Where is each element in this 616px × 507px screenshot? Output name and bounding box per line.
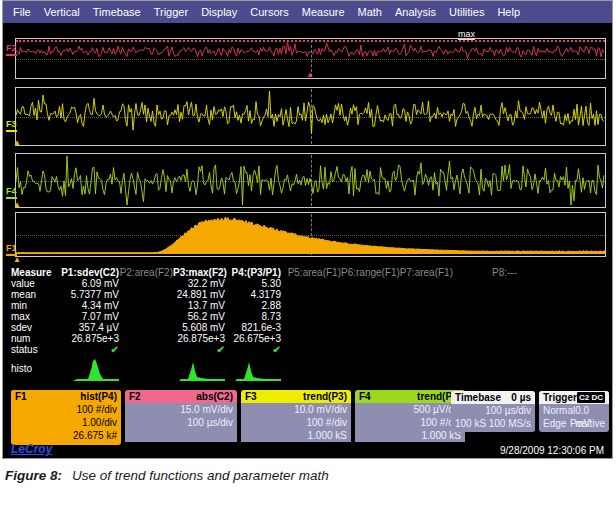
function-id: F4 [359,390,371,403]
menu-item-measure[interactable]: Measure [302,6,345,18]
menu-item-vertical[interactable]: Vertical [44,6,80,18]
trigger-box[interactable]: Trigger C2 DC Normal 0.0 mV Edge Positiv… [539,391,609,432]
measure-value-p4-num: 26.675e+3 [225,333,281,344]
measure-value-p8-sdev [453,322,517,333]
measure-col-header-p2[interactable]: P2:area(F2) [119,267,173,278]
measure-value-p8-value [453,278,517,289]
trace-label-f4[interactable]: F4 [6,187,17,199]
measure-value-p2-min [119,300,173,311]
function-source: trend(P3) [303,390,347,403]
measure-value-p2-mean [119,289,173,300]
measure-histo-p5 [281,355,341,382]
trace-label-f3[interactable]: F3 [6,120,17,132]
measure-value-p7-min [397,300,453,311]
menu-item-help[interactable]: Help [497,6,520,18]
menu-item-timebase[interactable]: Timebase [93,6,141,18]
grid-section-f3 [15,87,606,146]
measure-row-label: sdev [11,322,61,333]
measure-col-header-p6[interactable]: P6:range(F1) [341,267,397,278]
measure-row-label: num [11,333,61,344]
measure-col-header-p7[interactable]: P7:area(F1) [397,267,453,278]
menu-item-file[interactable]: File [13,6,31,18]
measure-value-p1-max: 7.07 mV [61,311,119,322]
measure-value-p6-mean [341,289,397,300]
measure-row-label: max [11,311,61,322]
status-check-p3: ✔ [173,344,225,355]
measure-value-p6-sdev [341,322,397,333]
menu-item-trigger[interactable]: Trigger [154,6,188,18]
trigger-time-marker-icon[interactable]: ▲ [306,71,314,79]
timebase-box[interactable]: Timebase 0 µs 100 µs/div 100 kS 100 MS/s [451,391,535,432]
measure-value-p2-value [119,278,173,289]
measure-row-label: mean [11,289,61,300]
measure-value-p8-min [453,300,517,311]
menu-item-cursors[interactable]: Cursors [250,6,289,18]
measure-value-p7-mean [397,289,453,300]
function-setting: 100 #/div [15,403,117,416]
menu-item-analysis[interactable]: Analysis [395,6,436,18]
measure-value-p3-min: 13.7 mV [173,300,225,311]
function-box-f1[interactable]: F1hist(P4)100 #/div1.00/div26.675 k# [11,390,121,445]
status-check-p6 [341,344,397,355]
trace-level-marker-f3-icon[interactable]: ▲ [13,139,21,147]
measure-value-p2-num [119,333,173,344]
measure-value-p3-value: 32.2 mV [173,278,225,289]
measure-col-header-p8[interactable]: P8:--- [453,267,517,278]
measure-value-p5-value [281,278,341,289]
measure-value-p4-sdev: 821.6e-3 [225,322,281,333]
measure-col-header-p3[interactable]: P3:max(F2) [173,267,225,278]
measure-value-p8-max [453,311,517,322]
figure-caption-text: Use of trend functions and parameter mat… [72,468,329,483]
measure-value-p1-min: 4.34 mV [61,300,119,311]
measure-histo-p6 [341,355,397,382]
function-box-f3[interactable]: F3trend(P3)10.0 mV/div100 #/div1.000 kS [241,390,351,445]
grid-section-f4 [15,153,606,208]
menu-bar: FileVerticalTimebaseTriggerDisplayCursor… [3,1,612,23]
measure-value-p7-max [397,311,453,322]
measure-value-p1-value: 6.09 mV [61,278,119,289]
function-setting: 500 µV/div [359,403,461,416]
measure-histo-p2 [119,355,173,382]
measure-value-p3-mean: 24.891 mV [173,289,225,300]
measure-col-header-p5[interactable]: P5:area(F1) [281,267,341,278]
measure-value-p6-value [341,278,397,289]
grid-section-f1-histogram [15,212,606,257]
menu-item-display[interactable]: Display [201,6,237,18]
trigger-level: 0.0 mV [575,404,605,417]
figure-caption-label: Figure 8: [5,468,62,483]
measure-col-header-p4[interactable]: P4:(P3/P1) [225,267,281,278]
measure-value-p1-sdev: 357.4 µV [61,322,119,333]
menu-item-utilities[interactable]: Utilities [449,6,484,18]
function-setting: 100 µs/div [129,416,233,429]
timestamp: 9/28/2009 12:30:06 PM [500,445,604,456]
measure-value-p1-mean: 5.7377 mV [61,289,119,300]
measure-col-header-p1[interactable]: P1:sdev(C2) [61,267,119,278]
waveform-f3 [16,88,605,145]
function-id: F1 [15,390,27,403]
trace-level-marker-f1-icon[interactable]: ▲ [13,256,21,264]
measure-value-p5-num [281,333,341,344]
lecroy-logo: LeCroy [11,442,52,456]
timebase-scale: 100 µs/div [485,404,531,417]
function-setting: 10.0 mV/div [245,403,347,416]
measure-value-p2-sdev [119,322,173,333]
function-box-f2[interactable]: F2abs(C2)15.0 mV/div100 µs/div [125,390,237,445]
figure-caption: Figure 8:Use of trend functions and para… [5,468,329,483]
measure-row-label: min [11,300,61,311]
waveform-f1-histogram [16,213,605,256]
function-setting: 15.0 mV/div [129,403,233,416]
measure-value-p3-num: 26.875e+3 [173,333,225,344]
measure-value-p3-sdev: 5.608 mV [173,322,225,333]
function-box-f4[interactable]: F4trend(P1)500 µV/div100 #/div1.000 kS [355,390,465,445]
trace-label-f2[interactable]: F2 [6,44,17,56]
timebase-samples: 100 kS [455,417,486,430]
measure-row-label: status [11,344,61,355]
function-setting: 1.000 kS [245,429,347,442]
trace-level-marker-f4-icon[interactable]: ▲ [13,201,21,209]
menu-item-math[interactable]: Math [358,6,382,18]
status-check-p4: ✔ [225,344,281,355]
timebase-rate: 100 MS/s [489,417,531,430]
measure-value-p8-mean [453,289,517,300]
function-source: hist(P4) [80,390,117,403]
measure-value-p4-min: 2.88 [225,300,281,311]
